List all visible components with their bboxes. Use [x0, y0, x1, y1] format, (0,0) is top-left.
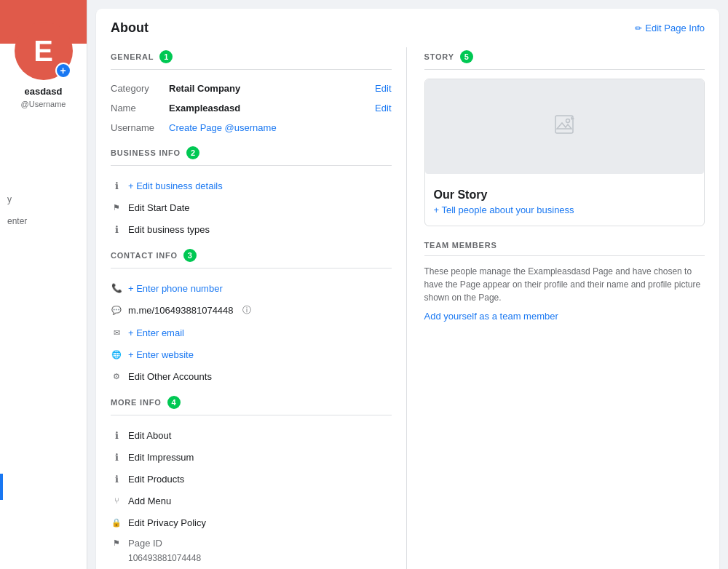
flag-icon: ⚑ — [111, 202, 122, 213]
about-icon: ℹ — [111, 429, 122, 441]
more-info-section-header: MORE INFO 4 — [111, 396, 392, 409]
retail-company-row: 🔒 Retail Company — [111, 566, 392, 569]
messenger-link-row[interactable]: 💬 m.me/106493881074448 ⓘ — [111, 299, 392, 322]
add-team-member-link[interactable]: Add yourself as a team member — [424, 311, 558, 322]
email-icon: ✉ — [111, 327, 122, 338]
team-divider — [424, 255, 705, 256]
story-badge: 5 — [460, 50, 473, 63]
about-body: GENERAL 1 Category Retail Company Edit N… — [111, 47, 705, 569]
business-badge: 2 — [186, 146, 199, 159]
username-create-link[interactable]: Create Page @username — [169, 122, 277, 133]
edit-business-details-button[interactable]: ℹ + Edit business details — [111, 175, 392, 196]
enter-phone-label: + Enter phone number — [128, 283, 223, 294]
enter-email-label: + Enter email — [128, 327, 184, 338]
about-left-column: GENERAL 1 Category Retail Company Edit N… — [111, 47, 407, 569]
story-image — [425, 79, 705, 174]
story-title: Our Story — [434, 188, 696, 202]
page-id-row: ⚑ Page ID — [111, 533, 392, 553]
enter-website-label: + Enter website — [128, 349, 194, 360]
username-label: Username — [111, 122, 169, 133]
edit-business-details-label: + Edit business details — [128, 180, 223, 191]
edit-products-button[interactable]: ℹ Edit Products — [111, 468, 392, 490]
edit-other-accounts-label: Edit Other Accounts — [128, 371, 212, 382]
story-image-icon — [553, 113, 576, 141]
page-id-label: Page ID — [128, 538, 162, 549]
sidebar-handle: @Username — [21, 100, 66, 117]
team-section-title: TEAM MEMBERS — [424, 241, 497, 250]
edit-products-label: Edit Products — [128, 474, 184, 485]
edit-privacy-policy-button[interactable]: 🔒 Edit Privacy Policy — [111, 512, 392, 533]
more-info-section-title: MORE INFO — [111, 398, 162, 407]
sidebar-username: easdasd — [20, 80, 66, 100]
enter-website-button[interactable]: 🌐 + Enter website — [111, 343, 392, 365]
about-header: About ✏ Edit Page Info — [111, 20, 705, 36]
globe-icon: 🌐 — [111, 349, 122, 360]
category-row: Category Retail Company Edit — [111, 79, 392, 98]
name-row: Name Exampleasdasd Edit — [111, 98, 392, 118]
add-menu-label: Add Menu — [128, 496, 171, 506]
messenger-icon: 💬 — [111, 305, 122, 317]
edit-impressum-label: Edit Impressum — [128, 452, 194, 463]
general-badge: 1 — [159, 50, 173, 63]
team-section-header: TEAM MEMBERS — [424, 241, 705, 250]
edit-about-label: Edit About — [128, 430, 171, 441]
business-divider — [111, 165, 392, 166]
pencil-icon: ✏ — [635, 23, 642, 33]
sidebar: E + easdasd @Username y enter — [0, 0, 87, 569]
category-label: Category — [111, 83, 169, 94]
general-divider — [111, 69, 392, 70]
name-edit-button[interactable]: Edit — [375, 103, 391, 114]
privacy-icon: 🔒 — [111, 517, 122, 528]
about-card: About ✏ Edit Page Info GENERAL 1 — [96, 9, 719, 569]
general-section-title: GENERAL — [111, 52, 154, 61]
edit-privacy-policy-label: Edit Privacy Policy — [128, 517, 206, 528]
edit-about-button[interactable]: ℹ Edit About — [111, 424, 392, 446]
username-row: Username Create Page @username — [111, 118, 392, 138]
products-icon: ℹ — [111, 473, 122, 485]
impressum-icon: ℹ — [111, 451, 122, 463]
story-card: Our Story + Tell people about your busin… — [424, 79, 705, 226]
page-id-icon: ⚑ — [111, 538, 122, 548]
business-section-title: BUSINESS INFO — [111, 148, 181, 157]
tell-story-link[interactable]: + Tell people about your business — [434, 204, 696, 215]
category-edit-button[interactable]: Edit — [375, 83, 391, 94]
name-value: Exampleasdasd — [169, 103, 375, 114]
add-photo-button[interactable]: + — [55, 63, 71, 79]
edit-start-date-label: Edit Start Date — [128, 202, 190, 213]
sidebar-nav-item-y: y — [7, 194, 12, 204]
avatar: E + — [15, 22, 73, 80]
more-info-divider — [111, 415, 392, 415]
contact-badge: 3 — [183, 249, 197, 262]
info-icon-1: ℹ — [111, 180, 122, 191]
story-card-body: Our Story + Tell people about your busin… — [425, 181, 705, 226]
info-icon-2: ℹ — [111, 223, 122, 235]
phone-icon: 📞 — [111, 282, 122, 294]
edit-business-types-button[interactable]: ℹ Edit business types — [111, 218, 392, 240]
sidebar-nav-item-enter: enter — [7, 216, 27, 226]
edit-impressum-button[interactable]: ℹ Edit Impressum — [111, 446, 392, 468]
enter-phone-button[interactable]: 📞 + Enter phone number — [111, 277, 392, 299]
menu-icon: ⑂ — [111, 495, 122, 506]
story-section-title: STORY — [424, 52, 454, 61]
story-divider — [424, 69, 705, 70]
edit-start-date-button[interactable]: ⚑ Edit Start Date — [111, 196, 392, 218]
story-section-header: STORY 5 — [424, 50, 705, 63]
edit-page-info-button[interactable]: ✏ Edit Page Info — [635, 23, 705, 33]
active-indicator — [0, 474, 3, 500]
enter-email-button[interactable]: ✉ + Enter email — [111, 322, 392, 343]
contact-divider — [111, 268, 392, 268]
team-description: These people manage the Exampleasdasd Pa… — [424, 265, 705, 304]
main-content: About ✏ Edit Page Info GENERAL 1 — [87, 0, 728, 569]
contact-section-header: CONTACT INFO 3 — [111, 249, 392, 262]
team-members-section: TEAM MEMBERS These people manage the Exa… — [424, 241, 705, 322]
edit-business-types-label: Edit business types — [128, 224, 210, 235]
messenger-value: m.me/106493881074448 — [128, 305, 234, 316]
add-menu-button[interactable]: ⑂ Add Menu — [111, 490, 392, 512]
more-info-badge: 4 — [167, 396, 181, 409]
general-section-header: GENERAL 1 — [111, 50, 392, 63]
name-label: Name — [111, 103, 169, 114]
about-right-column: STORY 5 — [422, 47, 705, 569]
category-value: Retail Company — [169, 83, 375, 94]
info-circle-icon: ⓘ — [242, 304, 251, 317]
edit-other-accounts-button[interactable]: ⚙ Edit Other Accounts — [111, 365, 392, 387]
